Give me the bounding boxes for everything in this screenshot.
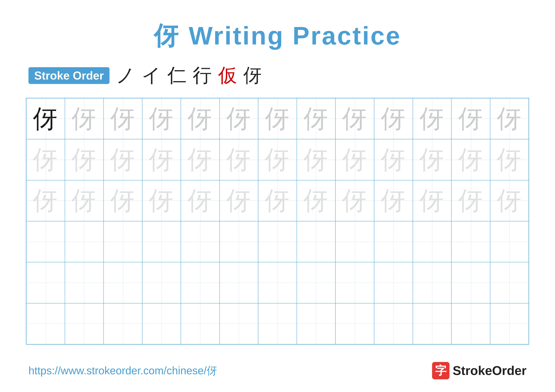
practice-char: 伢 — [265, 188, 290, 213]
grid-cell: 伢 — [413, 180, 451, 221]
practice-char: 伢 — [33, 188, 58, 213]
footer-logo: 字 StrokeOrder — [432, 362, 526, 379]
grid-cell: 伢 — [142, 139, 181, 180]
logo-icon: 字 — [432, 362, 449, 379]
grid-cell: 伢 — [219, 180, 258, 221]
practice-char: 伢 — [419, 106, 445, 131]
practice-char: 伢 — [419, 147, 445, 172]
grid-cell — [258, 262, 297, 303]
grid-cell: 伢 — [490, 139, 529, 180]
grid-cell — [413, 262, 451, 303]
grid-cell: 伢 — [181, 98, 219, 139]
grid-cell — [490, 262, 529, 303]
grid-cell: 伢 — [413, 139, 451, 180]
practice-char: 伢 — [303, 147, 329, 172]
grid-cell — [374, 262, 413, 303]
grid-cell — [26, 221, 65, 262]
practice-char: 伢 — [149, 147, 174, 172]
practice-char: 伢 — [381, 188, 406, 213]
grid-cell — [258, 303, 297, 344]
practice-char: 伢 — [72, 188, 97, 213]
grid-cell: 伢 — [297, 98, 336, 139]
page-title: 伢 Writing Practice — [154, 19, 401, 53]
grid-cell: 伢 — [258, 180, 297, 221]
grid-cell — [26, 303, 65, 344]
practice-char: 伢 — [419, 188, 445, 213]
grid-cell — [219, 221, 258, 262]
grid-cell — [181, 262, 219, 303]
grid-cell: 伢 — [374, 180, 413, 221]
practice-char: 伢 — [342, 147, 367, 172]
stroke-order-row: Stroke Order ノ イ 仁 行 仮 伢 — [29, 63, 262, 88]
grid-cell: 伢 — [258, 139, 297, 180]
grid-cell: 伢 — [65, 98, 103, 139]
practice-char: 伢 — [110, 106, 136, 131]
grid-cell — [413, 221, 451, 262]
grid-cell: 伢 — [104, 180, 142, 221]
grid-cell — [104, 303, 142, 344]
grid-cell — [336, 262, 374, 303]
practice-char: 伢 — [497, 106, 522, 131]
practice-char: 伢 — [226, 106, 252, 131]
grid-cell — [104, 262, 142, 303]
practice-char: 伢 — [188, 106, 213, 131]
stroke-order-badge: Stroke Order — [29, 67, 110, 84]
practice-char: 伢 — [149, 106, 174, 131]
practice-char: 伢 — [33, 106, 58, 131]
stroke-3: 仁 — [167, 63, 186, 88]
stroke-1: ノ — [116, 63, 135, 88]
grid-cell — [65, 262, 103, 303]
grid-cell — [142, 303, 181, 344]
grid-cell — [104, 221, 142, 262]
practice-char: 伢 — [342, 188, 367, 213]
practice-char: 伢 — [33, 147, 58, 172]
grid-cell — [26, 262, 65, 303]
grid-cell: 伢 — [451, 98, 490, 139]
grid-cell — [219, 303, 258, 344]
grid-cell: 伢 — [490, 98, 529, 139]
grid-cell — [142, 262, 181, 303]
grid-cell: 伢 — [26, 180, 65, 221]
grid-cell — [65, 303, 103, 344]
logo-char: 字 — [435, 363, 446, 378]
grid-cell — [374, 221, 413, 262]
grid-cell — [297, 303, 336, 344]
grid-cell: 伢 — [142, 98, 181, 139]
grid-cell — [297, 221, 336, 262]
practice-char: 伢 — [188, 188, 213, 213]
stroke-5: 仮 — [218, 63, 237, 88]
practice-char: 伢 — [458, 147, 483, 172]
practice-char: 伢 — [381, 147, 406, 172]
stroke-2: イ — [142, 63, 161, 88]
grid-cell: 伢 — [219, 98, 258, 139]
grid-cell — [297, 262, 336, 303]
grid-cell: 伢 — [26, 139, 65, 180]
practice-char: 伢 — [72, 106, 97, 131]
grid-cell: 伢 — [336, 180, 374, 221]
grid-cell: 伢 — [104, 139, 142, 180]
grid-cell — [65, 221, 103, 262]
grid-cell: 伢 — [451, 180, 490, 221]
logo-text: StrokeOrder — [453, 363, 526, 378]
footer: https://www.strokeorder.com/chinese/伢 字 … — [0, 362, 555, 379]
grid-cell: 伢 — [336, 139, 374, 180]
grid-cell — [451, 303, 490, 344]
practice-char: 伢 — [226, 147, 252, 172]
grid-cell — [336, 303, 374, 344]
practice-char: 伢 — [265, 106, 290, 131]
grid-cell: 伢 — [413, 98, 451, 139]
grid-cell: 伢 — [297, 180, 336, 221]
grid-cell: 伢 — [336, 98, 374, 139]
practice-char: 伢 — [458, 106, 483, 131]
grid-cell: 伢 — [142, 180, 181, 221]
practice-char: 伢 — [381, 106, 406, 131]
practice-char: 伢 — [265, 147, 290, 172]
grid-cell — [142, 221, 181, 262]
grid-cell — [413, 303, 451, 344]
practice-char: 伢 — [149, 188, 174, 213]
grid-cell — [219, 262, 258, 303]
grid-cell — [258, 221, 297, 262]
grid-cell: 伢 — [26, 98, 65, 139]
practice-char: 伢 — [110, 147, 136, 172]
footer-url[interactable]: https://www.strokeorder.com/chinese/伢 — [29, 363, 217, 378]
